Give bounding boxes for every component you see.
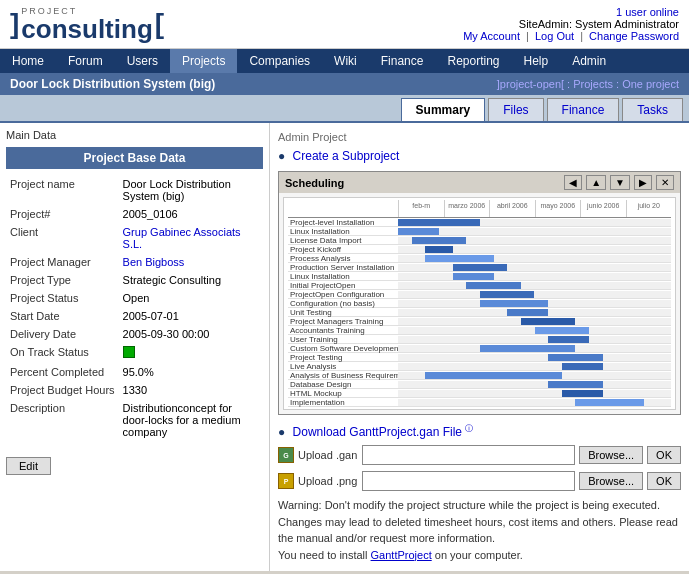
upload-gan-label: Upload .gan: [298, 449, 358, 461]
gantt-month-4: junio 2006: [580, 200, 626, 217]
gantt-month-2: abril 2006: [489, 200, 535, 217]
field-row-description: Description Distributionconcept for door…: [6, 399, 263, 441]
field-row-manager: Project Manager Ben Bigboss: [6, 253, 263, 271]
breadcrumb-crumbs: ]project-open[ : Projects : One project: [497, 78, 679, 90]
right-panel: Admin Project ● Create a Subproject Sche…: [270, 123, 689, 571]
change-password-link[interactable]: Change Password: [589, 30, 679, 42]
sched-prev-btn[interactable]: ◀: [564, 175, 582, 190]
scheduling-controls: ◀ ▲ ▼ ▶ ✕: [564, 175, 674, 190]
field-value-manager: Ben Bigboss: [119, 253, 263, 271]
bullet-icon: ●: [278, 149, 285, 163]
sched-down-btn[interactable]: ▼: [610, 175, 630, 190]
edit-button[interactable]: Edit: [6, 457, 51, 475]
field-row-project-num: Project# 2005_0106: [6, 205, 263, 223]
upload-png-ok-btn[interactable]: OK: [647, 472, 681, 490]
gantt-row: Implementation: [288, 398, 671, 407]
field-row-percent: Percent Completed 95.0%: [6, 363, 263, 381]
warning-text: Warning: Don't modify the project struct…: [278, 497, 681, 563]
field-label-percent: Percent Completed: [6, 363, 119, 381]
main-nav: Home Forum Users Projects Companies Wiki…: [0, 49, 689, 73]
breadcrumb-link[interactable]: ]project-open[ : Projects : One project: [497, 78, 679, 90]
bullet-download-icon: ●: [278, 425, 285, 439]
field-row-start: Start Date 2005-07-01: [6, 307, 263, 325]
upload-gan-browse-btn[interactable]: Browse...: [579, 446, 643, 464]
base-data-header: Project Base Data: [6, 147, 263, 169]
field-label-status: Project Status: [6, 289, 119, 307]
field-value-percent: 95.0%: [119, 363, 263, 381]
upload-png-label: Upload .png: [298, 475, 358, 487]
page-header: ] PROJECT consulting [ 1 user online Sit…: [0, 0, 689, 49]
nav-projects[interactable]: Projects: [170, 49, 237, 73]
field-label-start: Start Date: [6, 307, 119, 325]
gantt-header-months: feb-m marzo 2006 abril 2006 mayo 2006 ju…: [398, 200, 671, 217]
download-info-icon: ⓘ: [465, 424, 473, 433]
upload-png-browse-btn[interactable]: Browse...: [579, 472, 643, 490]
field-label-manager: Project Manager: [6, 253, 119, 271]
field-value-type: Strategic Consulting: [119, 271, 263, 289]
online-users-link[interactable]: 1 user online: [616, 6, 679, 18]
upload-png-row: P Upload .png Browse... OK: [278, 471, 681, 491]
gantt-area: feb-m marzo 2006 abril 2006 mayo 2006 ju…: [283, 197, 676, 410]
tab-tasks[interactable]: Tasks: [622, 98, 683, 121]
gantt-header-row: feb-m marzo 2006 abril 2006 mayo 2006 ju…: [288, 200, 671, 218]
field-label-delivery: Delivery Date: [6, 325, 119, 343]
field-value-description: Distributionconcept for door-locks for a…: [119, 399, 263, 441]
gan-file-icon: G: [278, 447, 294, 463]
nav-admin[interactable]: Admin: [560, 49, 618, 73]
download-gantt-link[interactable]: Download GanttProject.gan File: [293, 425, 466, 439]
upload-gan-input[interactable]: [362, 445, 575, 465]
logo-consulting-text: consulting: [21, 16, 152, 42]
client-link[interactable]: Grup Gabinec Associats S.L.: [123, 226, 241, 250]
field-value-client: Grup Gabinec Associats S.L.: [119, 223, 263, 253]
upload-png-input[interactable]: [362, 471, 575, 491]
logo-text: PROJECT consulting: [21, 6, 152, 42]
gantt-month-3: mayo 2006: [535, 200, 581, 217]
nav-wiki[interactable]: Wiki: [322, 49, 369, 73]
create-subproject-link[interactable]: Create a Subproject: [293, 149, 400, 163]
sched-next-btn[interactable]: ▶: [634, 175, 652, 190]
tab-finance[interactable]: Finance: [547, 98, 620, 121]
field-label-ontrack: On Track Status: [6, 343, 119, 363]
tab-summary[interactable]: Summary: [401, 98, 486, 121]
field-row-type: Project Type Strategic Consulting: [6, 271, 263, 289]
nav-users[interactable]: Users: [115, 49, 170, 73]
scheduling-header: Scheduling ◀ ▲ ▼ ▶ ✕: [279, 172, 680, 193]
field-label-client: Client: [6, 223, 119, 253]
scheduling-box: Scheduling ◀ ▲ ▼ ▶ ✕ feb-m marzo: [278, 171, 681, 415]
left-panel-title: Main Data: [6, 129, 263, 141]
sched-close-btn[interactable]: ✕: [656, 175, 674, 190]
field-value-delivery: 2005-09-30 00:00: [119, 325, 263, 343]
field-value-status: Open: [119, 289, 263, 307]
upload-gan-ok-btn[interactable]: OK: [647, 446, 681, 464]
tab-files[interactable]: Files: [488, 98, 543, 121]
field-row-status: Project Status Open: [6, 289, 263, 307]
status-dot-green: [123, 346, 135, 358]
siteadmin-text: SiteAdmin: System Administrator: [519, 18, 679, 30]
breadcrumb-bar: Door Lock Distribution System (big) ]pro…: [0, 73, 689, 95]
nav-companies[interactable]: Companies: [237, 49, 322, 73]
nav-home[interactable]: Home: [0, 49, 56, 73]
scheduling-title: Scheduling: [285, 177, 344, 189]
field-label-project-num: Project#: [6, 205, 119, 223]
field-row-project-name: Project name Door Lock Distribution Syst…: [6, 175, 263, 205]
field-value-budget: 1330: [119, 381, 263, 399]
field-row-budget: Project Budget Hours 1330: [6, 381, 263, 399]
field-value-ontrack: [119, 343, 263, 363]
png-file-icon: P: [278, 473, 294, 489]
nav-reporting[interactable]: Reporting: [435, 49, 511, 73]
admin-label: Admin Project: [278, 131, 681, 143]
manager-link[interactable]: Ben Bigboss: [123, 256, 185, 268]
ganttproject-link[interactable]: GanttProject: [371, 549, 432, 561]
nav-help[interactable]: Help: [512, 49, 561, 73]
nav-forum[interactable]: Forum: [56, 49, 115, 73]
nav-finance[interactable]: Finance: [369, 49, 436, 73]
logo-bracket-right: [: [155, 8, 164, 40]
field-row-client: Client Grup Gabinec Associats S.L.: [6, 223, 263, 253]
logout-link[interactable]: Log Out: [535, 30, 574, 42]
logo: ] PROJECT consulting [: [10, 6, 164, 42]
sched-up-btn[interactable]: ▲: [586, 175, 606, 190]
field-label-type: Project Type: [6, 271, 119, 289]
my-account-link[interactable]: My Account: [463, 30, 520, 42]
field-table: Project name Door Lock Distribution Syst…: [6, 175, 263, 441]
gantt-month-1: marzo 2006: [444, 200, 490, 217]
